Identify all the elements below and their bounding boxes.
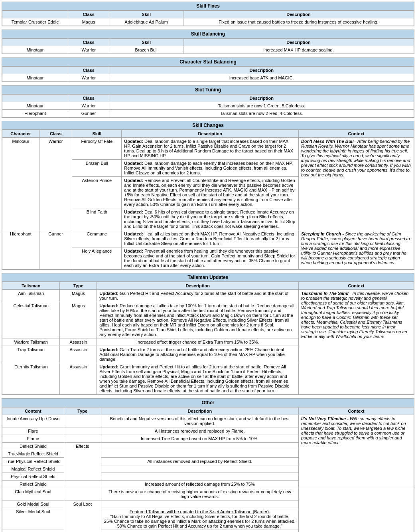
skill-balancing-table: Class Skill Description Minotaur Warrior…	[2, 38, 414, 54]
char-stat-section: Character Stat Balancing Class Descripti…	[2, 57, 414, 82]
class-cell: Warrior	[68, 102, 109, 110]
desc-cell: Updated: Grant Immunity and Perfect Hit …	[97, 363, 299, 395]
other-section: Other Content Type Description Context I…	[2, 398, 414, 532]
type-cell	[64, 488, 101, 500]
th-context: Context	[299, 130, 414, 138]
class-cell: Warrior	[68, 74, 109, 82]
desc-cell: Updated: Heal all allies based on their …	[122, 230, 299, 247]
th-character: Character	[2, 130, 39, 138]
character-cell: Templar Crusader Eddie	[2, 18, 68, 26]
th-context: Context	[299, 407, 414, 415]
table-row: Minotaur Warrior Brazen Bull Increased M…	[2, 46, 414, 54]
th-character	[2, 11, 68, 18]
desc-cell: Increased base ATK and MAGIC.	[109, 74, 414, 82]
skill-fixes-header: Skill Fixes	[2, 2, 414, 10]
skill-cell: Asterion Prince	[72, 177, 122, 208]
desc-cell: All instances removed and replaced by Re…	[101, 458, 298, 465]
type-cell: Soul Loot	[64, 500, 101, 532]
th-description: Description	[101, 407, 298, 415]
type-cell	[64, 415, 101, 427]
desc-cell: Updated: Reduce damage all allies take b…	[97, 302, 299, 338]
th-empty	[2, 95, 68, 102]
th-context: Context	[299, 282, 414, 290]
class-cell: Warrior	[68, 46, 109, 54]
character-cell: Minotaur	[2, 74, 68, 82]
type-cell	[64, 435, 101, 443]
desc-cell	[101, 473, 298, 481]
th-description: Description	[183, 11, 414, 18]
class-cell: Gunner	[39, 230, 72, 269]
page: Skill Fixes Class Skill Description Temp…	[0, 0, 416, 532]
content-cell: True-Magic Reflect Shield	[2, 450, 64, 458]
context-cell: It's Not Very Effective - With so many e…	[299, 415, 414, 488]
talisman-updates-table: Talisman Type Description Context Aim Ta…	[2, 282, 414, 395]
talisman-cell: Aim Talisman	[2, 290, 60, 302]
desc-cell	[101, 500, 298, 508]
class-cell: Magus	[68, 18, 109, 26]
content-cell: Flame	[2, 435, 64, 443]
desc-cell: Beneficial and Negative versions of this…	[101, 415, 298, 427]
char-stat-header: Character Stat Balancing	[2, 58, 414, 66]
th-description: Description	[183, 39, 414, 46]
skill-balancing-header: Skill Balancing	[2, 30, 414, 38]
table-row: Minotaur Warrior Ferocity Of Fate Update…	[2, 138, 414, 160]
th-class: Class	[39, 130, 72, 138]
th-class: Class	[68, 67, 109, 74]
desc-cell: Updated: Prevent all enemies from healin…	[122, 247, 299, 269]
type-cell: Magus	[60, 290, 97, 302]
content-cell: Deflect Shield	[2, 443, 64, 450]
char-stat-table: Class Description Minotaur Warrior Incre…	[2, 66, 414, 82]
desc-cell	[101, 465, 298, 473]
th-description: Description	[109, 95, 414, 102]
content-cell: Reflect Shield	[2, 481, 64, 488]
skill-changes-table: Character Class Skill Description Contex…	[2, 130, 414, 269]
table-row: Innate Accuracy Up / Down Beneficial and…	[2, 415, 414, 427]
skill-changes-section: Skill Changes Character Class Skill Desc…	[2, 121, 414, 270]
table-row: Clan Mythical Soul There is now a rare c…	[2, 488, 414, 500]
desc-cell: Updated: Deal 6 hits of physical damage …	[122, 208, 299, 230]
th-skill: Skill	[109, 39, 183, 46]
skill-cell: Brazen Bull	[72, 160, 122, 177]
featured-talisman-text: Featured Talisman will be updated to the…	[130, 509, 270, 514]
table-row: Templar Crusader Eddie Magus Adolebitque…	[2, 18, 414, 26]
type-cell	[64, 427, 101, 435]
slot-tuning-section: Slot Tuning Class Description Minotaur W…	[2, 85, 414, 118]
skill-fixes-table: Class Skill Description Templar Crusader…	[2, 10, 414, 26]
talisman-cell: Warlord Talisman	[2, 338, 60, 346]
skill-balancing-section: Skill Balancing Class Skill Description …	[2, 30, 414, 54]
th-empty	[2, 67, 68, 74]
character-cell: Minotaur	[2, 46, 68, 54]
desc-cell: Increased effect trigger chance of Extra…	[97, 338, 299, 346]
class-cell: Warrior	[39, 138, 72, 230]
type-cell	[64, 481, 101, 488]
context-cell: Sleeping in Church - Since the awakening…	[299, 230, 414, 269]
content-cell: Bronze Medal Soul	[2, 530, 64, 532]
th-class: Class	[68, 11, 109, 18]
th-skill: Skill	[109, 11, 183, 18]
other-header: Other	[2, 399, 414, 407]
character-cell: Hierophant	[2, 230, 39, 269]
content-cell: Magical Reflect Shield	[2, 465, 64, 473]
content-cell: Clan Mythical Soul	[2, 488, 64, 500]
context-cell: Talismans In The Sand - In this release,…	[299, 290, 414, 395]
content-cell: Silver Medal Soul	[2, 508, 64, 530]
th-description: Description	[97, 282, 299, 290]
desc-cell: All instances removed and replaced by Fl…	[101, 427, 298, 435]
desc-cell	[101, 530, 298, 532]
content-cell: Gold Medal Soul	[2, 500, 64, 508]
th-description: Description	[122, 130, 299, 138]
skill-cell: Holy Allegiance	[72, 247, 122, 269]
slot-tuning-header: Slot Tuning	[2, 86, 414, 94]
table-row: Minotaur Warrior Increased base ATK and …	[2, 74, 414, 82]
desc-cell: Fixed an issue that caused battles to fr…	[183, 18, 414, 26]
th-empty	[2, 39, 68, 46]
type-cell: Assassin	[60, 346, 97, 363]
desc-cell: Updated: Remove and Prevent all Counters…	[122, 177, 299, 208]
th-type: Type	[60, 282, 97, 290]
desc-cell: Talisman slots are now 2 Red, 4 Colorles…	[109, 110, 414, 117]
talisman-cell: Celestial Talisman	[2, 302, 60, 338]
desc-cell: Featured Talisman will be updated to the…	[101, 508, 298, 530]
table-row: Hierophant Gunner Talisman slots are now…	[2, 110, 414, 117]
content-cell: True-Physical Reflect Shield	[2, 458, 64, 465]
skill-cell: Blind Faith	[72, 208, 122, 230]
